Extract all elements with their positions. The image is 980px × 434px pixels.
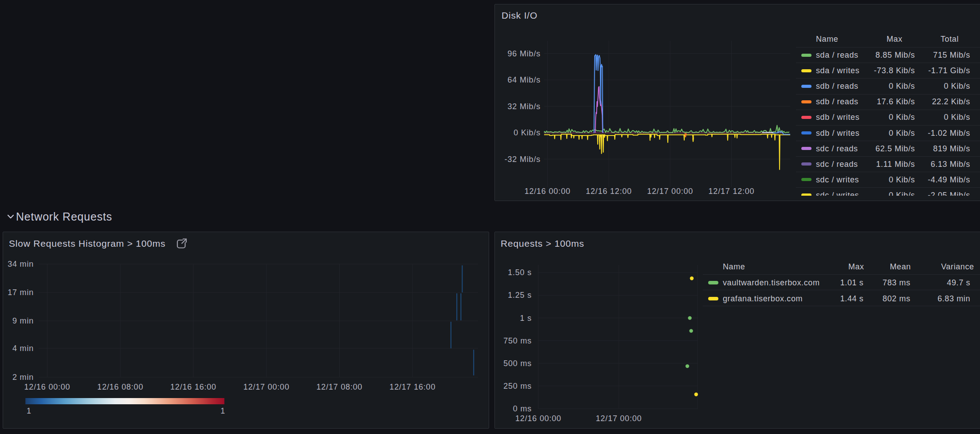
svg-text:12/16 12:00: 12/16 12:00 [586, 187, 632, 196]
svg-text:34 min: 34 min [8, 260, 34, 268]
svg-text:4 min: 4 min [12, 344, 34, 353]
svg-text:250 ms: 250 ms [503, 382, 532, 391]
svg-text:64 Mib/s: 64 Mib/s [508, 75, 541, 84]
svg-text:12/16 00:00: 12/16 00:00 [24, 383, 71, 391]
svg-text:32 Mib/s: 32 Mib/s [508, 102, 541, 111]
svg-text:12/17 16:00: 12/17 16:00 [389, 383, 435, 391]
svg-text:12/16 08:00: 12/16 08:00 [97, 383, 143, 391]
svg-text:750 ms: 750 ms [503, 336, 532, 345]
svg-text:2 min: 2 min [12, 373, 34, 382]
svg-text:1.50 s: 1.50 s [508, 268, 532, 277]
svg-text:0 Kib/s: 0 Kib/s [514, 128, 541, 137]
svg-text:-32 Mib/s: -32 Mib/s [505, 155, 541, 164]
svg-text:500 ms: 500 ms [503, 359, 532, 368]
svg-text:1: 1 [220, 406, 225, 415]
svg-text:12/17 00:00: 12/17 00:00 [596, 414, 642, 423]
svg-text:12/17 08:00: 12/17 08:00 [317, 383, 363, 391]
svg-text:12/16 00:00: 12/16 00:00 [525, 187, 571, 196]
svg-text:1: 1 [27, 406, 31, 415]
svg-text:1 s: 1 s [520, 314, 532, 323]
svg-text:12/17 00:00: 12/17 00:00 [647, 187, 693, 196]
svg-text:17 min: 17 min [8, 288, 34, 297]
svg-text:12/17 12:00: 12/17 12:00 [709, 187, 755, 196]
svg-text:12/17 00:00: 12/17 00:00 [243, 383, 290, 391]
svg-text:12/16 16:00: 12/16 16:00 [170, 383, 216, 391]
svg-text:0 ms: 0 ms [513, 404, 532, 413]
svg-text:1.25 s: 1.25 s [508, 291, 532, 300]
svg-text:12/16 00:00: 12/16 00:00 [515, 414, 561, 423]
svg-text:9 min: 9 min [12, 316, 34, 325]
svg-text:96 Mib/s: 96 Mib/s [508, 49, 541, 58]
